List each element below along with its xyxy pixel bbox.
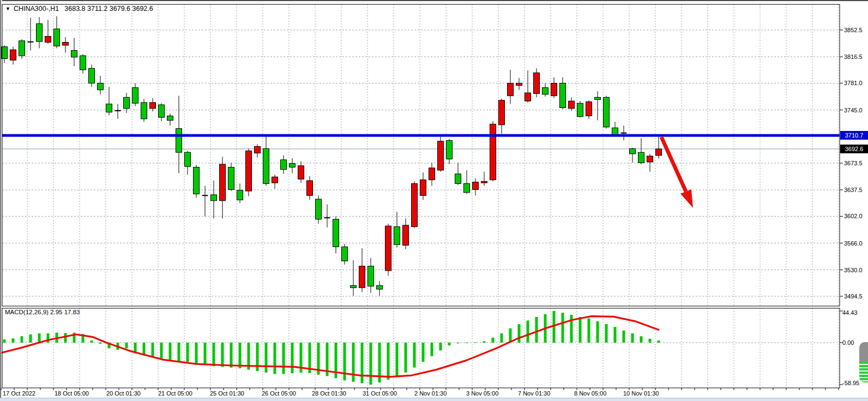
scrollbar-thumb-widget[interactable]: [859, 342, 868, 382]
macd-signal-line: [2, 316, 659, 377]
candles-layer: [2, 16, 662, 296]
trend-down-arrow[interactable]: [661, 137, 693, 208]
green-stripes-decoration: [859, 362, 868, 382]
trading-app-window: { "header": { "dropdown_icon": "▼", "sym…: [0, 0, 868, 401]
gridlines: [2, 4, 840, 388]
macd-histogram: [3, 311, 660, 385]
axis-ticks: [1, 30, 843, 390]
chart-plot-area[interactable]: [0, 0, 868, 401]
main-panel-border: [2, 4, 840, 306]
